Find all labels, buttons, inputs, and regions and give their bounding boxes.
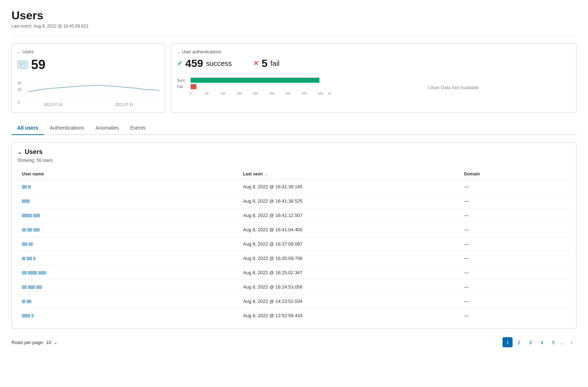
svg-text:0: 0 — [18, 101, 20, 105]
username-block — [26, 257, 32, 260]
username-blocks — [22, 214, 234, 217]
username-block — [22, 271, 27, 275]
auth-success-count: 459 — [185, 57, 203, 69]
table-cell-domain: — — [460, 237, 570, 251]
username-blocks — [22, 228, 234, 232]
users-card-label: Users — [23, 49, 34, 54]
username-block — [33, 214, 40, 217]
table-cell-username[interactable] — [18, 237, 239, 251]
table-cell-lastseen: Aug 8, 2022 @ 16:41:39.145 — [239, 180, 460, 194]
tab-events[interactable]: Events — [124, 121, 151, 135]
table-section-title-row: ⌄ Users — [18, 148, 570, 156]
pagination-prev-button[interactable]: ‹ — [491, 337, 501, 347]
pagination-page-1[interactable]: 1 — [503, 337, 513, 347]
pagination-page-4[interactable]: 4 — [537, 337, 547, 347]
username-block — [22, 300, 25, 303]
col-header-domain: Domain — [460, 169, 570, 180]
table-cell-username[interactable] — [18, 266, 239, 280]
username-blocks — [22, 199, 234, 203]
table-cell-username[interactable] — [18, 309, 239, 323]
table-cell-domain: — — [460, 251, 570, 266]
table-cell-lastseen: Aug 8, 2022 @ 14:23:52.034 — [239, 294, 460, 309]
auth-bar-chart-area: Succ Fail 0 50 100 150 200 — [177, 75, 570, 100]
col-header-lastseen[interactable]: Last seen ↓ — [239, 169, 460, 180]
tab-authentications[interactable]: Authentications — [44, 121, 90, 135]
main-tabs: All users Authentications Anomalies Even… — [11, 121, 577, 135]
svg-text:50: 50 — [205, 92, 209, 95]
username-block — [22, 199, 30, 203]
pagination-ellipsis: ... — [560, 340, 565, 345]
svg-text:300: 300 — [285, 92, 290, 95]
username-block — [22, 257, 25, 260]
username-blocks — [22, 300, 234, 303]
table-cell-username[interactable] — [18, 251, 239, 266]
table-cell-lastseen: Aug 8, 2022 @ 12:52:59.434 — [239, 309, 460, 323]
username-blocks — [22, 242, 234, 246]
username-block — [27, 228, 32, 232]
table-cell-username[interactable] — [18, 208, 239, 223]
last-event-label: Last event: Aug 8, 2022 @ 16:45:59.623 — [11, 24, 577, 29]
col-header-username: User name — [18, 169, 239, 180]
username-block — [22, 185, 27, 189]
username-blocks — [22, 314, 234, 318]
pagination-page-5[interactable]: 5 — [548, 337, 558, 347]
svg-rect-0 — [20, 63, 25, 67]
chart-not-available-label: Chart Data Not Available — [337, 75, 570, 100]
username-block — [26, 300, 31, 303]
svg-rect-14 — [191, 84, 196, 89]
auth-fail-count: 5 — [261, 57, 268, 69]
users-line-chart: 40 20 0 2022-07-24 2022-07-31 — [18, 78, 159, 107]
users-table-section: ⌄ Users Showing: 59 users User name Last… — [11, 142, 577, 329]
header-divider — [11, 36, 577, 36]
table-cell-username[interactable] — [18, 294, 239, 309]
table-cell-domain: — — [460, 280, 570, 294]
username-block — [36, 285, 42, 289]
table-cell-lastseen: Aug 8, 2022 @ 16:41:12.507 — [239, 208, 460, 223]
table-cell-username[interactable] — [18, 280, 239, 294]
chevron-down-icon: ⌄ — [18, 50, 20, 54]
table-chevron-icon: ⌄ — [18, 149, 22, 155]
svg-text:150: 150 — [236, 92, 242, 95]
rows-per-page-label: Rows per page: — [11, 340, 44, 345]
table-cell-username[interactable] — [18, 180, 239, 194]
table-cell-username[interactable] — [18, 194, 239, 208]
svg-text:350: 350 — [302, 92, 307, 95]
username-blocks — [22, 271, 234, 275]
svg-text:20: 20 — [18, 88, 22, 92]
pagination-page-2[interactable]: 2 — [514, 337, 524, 347]
page-title: Users — [11, 9, 577, 22]
pagination-page-3[interactable]: 3 — [525, 337, 535, 347]
auth-bar-chart: Succ Fail 0 50 100 150 200 — [177, 75, 331, 100]
pagination-row: Rows per page: 10 ⌄ ‹ 1 2 3 4 5 ... › — [11, 334, 577, 347]
rows-per-page-chevron-icon: ⌄ — [54, 340, 58, 345]
svg-text:400: 400 — [318, 92, 323, 95]
stats-row: ⌄ Users 59 40 20 0 — [11, 43, 577, 113]
table-row: Aug 8, 2022 @ 16:35:09.706— — [18, 251, 570, 266]
table-cell-username[interactable] — [18, 223, 239, 237]
username-blocks — [22, 257, 234, 260]
pagination-next-button[interactable]: › — [567, 337, 577, 347]
auth-success-stat: ✓ 459 success — [177, 57, 232, 69]
svg-text:Succ: Succ — [177, 78, 185, 82]
rows-per-page-value: 10 — [46, 340, 51, 345]
auth-chevron-icon: ⌄ — [177, 50, 180, 54]
table-row: Aug 8, 2022 @ 14:23:52.034— — [18, 294, 570, 309]
auth-card-header: ⌄ User authentications — [177, 49, 570, 54]
pagination-controls: ‹ 1 2 3 4 5 ... › — [491, 337, 577, 347]
username-block — [22, 228, 26, 232]
sort-desc-icon: ↓ — [265, 172, 267, 176]
table-cell-lastseen: Aug 8, 2022 @ 16:35:09.706 — [239, 251, 460, 266]
username-block — [22, 214, 32, 217]
table-row: Aug 8, 2022 @ 16:41:04.400— — [18, 223, 570, 237]
table-cell-lastseen: Aug 8, 2022 @ 16:41:38.525 — [239, 194, 460, 208]
svg-text:40: 40 — [18, 81, 22, 85]
username-block — [29, 242, 33, 246]
table-row: Aug 8, 2022 @ 16:37:09.097— — [18, 237, 570, 251]
tab-all-users[interactable]: All users — [11, 121, 44, 135]
svg-rect-13 — [191, 78, 319, 83]
rows-per-page-selector[interactable]: Rows per page: 10 ⌄ — [11, 340, 58, 345]
table-row: Aug 8, 2022 @ 16:25:02.347— — [18, 266, 570, 280]
auth-card-label: User authentications — [182, 49, 221, 54]
tab-anomalies[interactable]: Anomalies — [90, 121, 124, 135]
username-block — [28, 285, 35, 289]
